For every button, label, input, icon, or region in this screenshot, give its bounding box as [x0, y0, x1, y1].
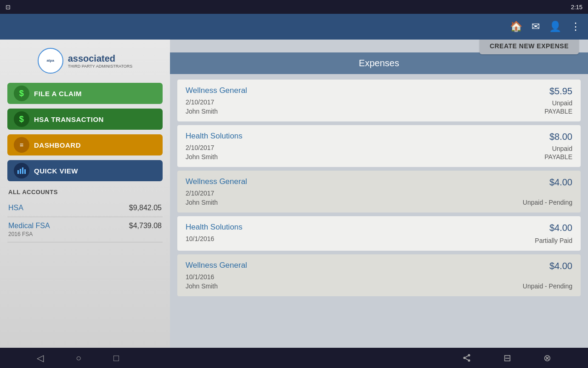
- accounts-section: ALL ACCOUNTS HSA $9,842.05 Medical FSA $…: [7, 189, 163, 242]
- expense-amount-3: $4.00: [549, 223, 572, 233]
- logo-icon: atpa: [38, 48, 63, 74]
- chart-icon: [14, 163, 29, 178]
- more-icon[interactable]: ⋮: [571, 21, 581, 33]
- expense-amount-2: $4.00: [549, 177, 572, 188]
- top-nav: 🏠 ✉ 👤 ⋮: [0, 14, 588, 40]
- expense-person-1: John Smith: [186, 153, 218, 161]
- dashboard-label: DASHBOARD: [34, 141, 81, 149]
- expense-title-1: Health Solutions: [186, 132, 243, 141]
- expense-item-1[interactable]: Health Solutions $8.00 2/10/2017 John Sm…: [177, 125, 581, 167]
- expense-status-4: Unpaid - Pending: [523, 282, 572, 290]
- expense-status2-1: PAYABLE: [544, 153, 572, 161]
- expense-person-2: John Smith: [186, 199, 218, 206]
- expense-date-3: 10/1/2016: [186, 235, 214, 242]
- account-fsa-name: Medical FSA: [8, 222, 50, 230]
- create-new-expense-button[interactable]: CREATE NEW EXPENSE: [480, 40, 579, 54]
- expense-title-0: Wellness General: [186, 86, 247, 95]
- close-button[interactable]: ⊗: [534, 352, 560, 363]
- logo-area: atpa associated Third Party Administrato…: [38, 48, 133, 74]
- expense-item-4[interactable]: Wellness General $4.00 10/1/2016 John Sm…: [177, 254, 581, 296]
- expense-status-1: Unpaid: [552, 145, 572, 152]
- file-claim-button[interactable]: $ FILE A CLAIM: [7, 83, 163, 104]
- expenses-title: Expenses: [179, 58, 579, 69]
- back-button[interactable]: ◁: [28, 352, 53, 363]
- home-icon[interactable]: 🏠: [510, 21, 522, 33]
- svg-point-6: [468, 359, 470, 362]
- account-item-fsa[interactable]: Medical FSA $4,739.08 2016 FSA: [7, 217, 163, 242]
- expense-amount-4: $4.00: [549, 261, 572, 271]
- account-item-hsa[interactable]: HSA $9,842.05: [7, 199, 163, 217]
- expense-date-4: 10/1/2016: [186, 273, 218, 281]
- expense-item-0[interactable]: Wellness General $5.95 2/10/2017 John Sm…: [177, 80, 581, 121]
- svg-point-4: [468, 354, 470, 356]
- svg-line-8: [465, 356, 468, 357]
- expenses-list: Wellness General $5.95 2/10/2017 John Sm…: [170, 74, 588, 348]
- main-layout: atpa associated Third Party Administrato…: [0, 40, 588, 348]
- dollar-icon-green: $: [14, 86, 29, 101]
- account-hsa-name: HSA: [8, 204, 23, 212]
- bottom-nav: ◁ ○ □ ⊟ ⊗: [0, 348, 588, 368]
- dashboard-icon: ≡: [14, 137, 29, 153]
- logo-text: associated Third Party Administrators: [68, 53, 133, 69]
- expense-person-0: John Smith: [186, 108, 218, 115]
- accounts-section-title: ALL ACCOUNTS: [7, 189, 163, 196]
- expense-date-1: 2/10/2017: [186, 144, 218, 151]
- dollar-icon-dark: $: [14, 111, 29, 127]
- sidebar: atpa associated Third Party Administrato…: [0, 40, 170, 348]
- expenses-title-bar: Expenses: [170, 52, 588, 74]
- expense-title-3: Health Solutions: [186, 223, 243, 232]
- share-button[interactable]: [453, 352, 481, 363]
- svg-point-5: [464, 357, 466, 359]
- logo-subtitle: Third Party Administrators: [68, 64, 133, 69]
- svg-rect-2: [22, 167, 23, 174]
- account-fsa-sub: 2016 FSA: [8, 231, 162, 237]
- status-bar: ⊡ 2:15: [0, 0, 588, 14]
- logo-brand-name: associated: [68, 53, 133, 64]
- home-button[interactable]: ○: [67, 352, 90, 363]
- time-display: 2:15: [571, 4, 582, 11]
- expense-item-3[interactable]: Health Solutions $4.00 10/1/2016 Partial…: [177, 216, 581, 251]
- expense-status-2: Unpaid - Pending: [523, 199, 572, 206]
- cast-button[interactable]: ⊟: [494, 352, 520, 363]
- quick-view-button[interactable]: QUICK VIEW: [7, 160, 163, 181]
- expense-amount-1: $8.00: [549, 132, 572, 142]
- expense-status2-0: PAYABLE: [544, 108, 572, 115]
- file-claim-label: FILE A CLAIM: [34, 90, 82, 98]
- hsa-transaction-button[interactable]: $ HSA TRANSACTION: [7, 109, 163, 130]
- expense-amount-0: $5.95: [549, 86, 572, 97]
- expense-item-2[interactable]: Wellness General $4.00 2/10/2017 John Sm…: [177, 171, 581, 213]
- content-area: CREATE NEW EXPENSE Expenses Wellness Gen…: [170, 40, 588, 348]
- expense-date-2: 2/10/2017: [186, 190, 218, 197]
- expense-title-2: Wellness General: [186, 177, 247, 186]
- dashboard-button[interactable]: ≡ DASHBOARD: [7, 134, 163, 155]
- account-hsa-balance: $9,842.05: [129, 204, 162, 212]
- svg-rect-3: [24, 169, 26, 174]
- svg-rect-0: [17, 170, 19, 174]
- recent-apps-button[interactable]: □: [104, 352, 128, 363]
- device-icon: ⊡: [6, 4, 11, 11]
- svg-rect-1: [20, 169, 21, 174]
- profile-icon[interactable]: 👤: [549, 21, 561, 33]
- hsa-transaction-label: HSA TRANSACTION: [34, 115, 104, 123]
- mail-icon[interactable]: ✉: [531, 21, 540, 33]
- expense-person-4: John Smith: [186, 282, 218, 290]
- svg-line-7: [465, 358, 468, 360]
- expense-title-4: Wellness General: [186, 261, 247, 270]
- expense-date-0: 2/10/2017: [186, 98, 218, 106]
- quick-view-label: QUICK VIEW: [34, 167, 78, 175]
- account-fsa-balance: $4,739.08: [129, 222, 162, 230]
- content-header: CREATE NEW EXPENSE: [170, 40, 588, 52]
- expense-status-0: Unpaid: [552, 99, 572, 107]
- expense-status-3: Partially Paid: [535, 237, 572, 244]
